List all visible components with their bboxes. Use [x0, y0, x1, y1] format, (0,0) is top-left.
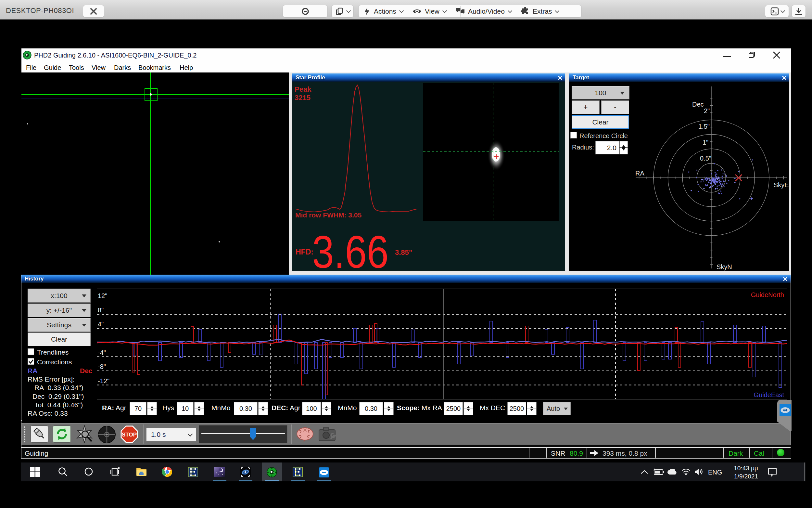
svg-text:-12": -12": [98, 377, 109, 384]
svg-text:SkyN: SkyN: [717, 263, 732, 270]
svg-text:8": 8": [98, 306, 104, 314]
svg-text:GuideEast: GuideEast: [754, 391, 784, 398]
svg-text:1": 1": [703, 139, 708, 146]
svg-text:4": 4": [98, 321, 104, 328]
svg-text:GuideNorth: GuideNorth: [751, 291, 784, 298]
svg-text:Dec: Dec: [692, 101, 704, 108]
svg-text:-8": -8": [98, 363, 106, 370]
svg-text:STOP: STOP: [122, 432, 137, 438]
svg-text:-4": -4": [98, 349, 106, 356]
svg-text:2": 2": [704, 107, 710, 115]
svg-text:SkyE: SkyE: [774, 181, 789, 188]
svg-text:RA: RA: [635, 170, 644, 177]
svg-text:1.5": 1.5": [698, 123, 710, 130]
svg-text:0.5": 0.5": [700, 155, 711, 162]
svg-text:12": 12": [98, 292, 107, 299]
